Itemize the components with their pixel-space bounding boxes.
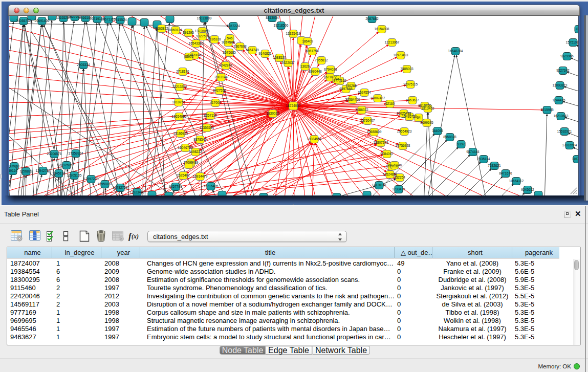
svg-text:7515524: 7515524: [114, 18, 127, 21]
svg-text:252254: 252254: [394, 176, 405, 179]
svg-text:9329966: 9329966: [560, 54, 574, 58]
svg-text:6961758: 6961758: [306, 49, 319, 53]
svg-text:15720407: 15720407: [360, 119, 375, 122]
svg-text:16914479: 16914479: [193, 174, 208, 178]
svg-text:6794028: 6794028: [324, 68, 337, 71]
svg-text:8958928: 8958928: [443, 135, 456, 139]
svg-text:19654985: 19654985: [172, 115, 187, 118]
svg-text:9457791: 9457791: [169, 185, 182, 188]
svg-text:16046755: 16046755: [178, 146, 193, 149]
svg-text:9322037: 9322037: [281, 61, 295, 64]
svg-text:1733426: 1733426: [392, 187, 405, 191]
svg-text:7625402: 7625402: [177, 173, 190, 177]
svg-text:20206576: 20206576: [47, 152, 62, 156]
svg-text:17016504: 17016504: [562, 143, 577, 147]
svg-text:9327508: 9327508: [222, 40, 235, 44]
svg-text:3675685: 3675685: [223, 51, 236, 54]
svg-text:8471676: 8471676: [499, 171, 512, 175]
svg-text:2087682: 2087682: [365, 17, 379, 20]
svg-text:12975115: 12975115: [403, 82, 418, 86]
svg-text:62160: 62160: [385, 102, 395, 105]
svg-text:18724007: 18724007: [286, 104, 301, 107]
svg-text:6497568: 6497568: [339, 87, 353, 91]
svg-text:15751074: 15751074: [566, 40, 578, 44]
svg-text:8186328: 8186328: [208, 37, 221, 41]
svg-text:9474444: 9474444: [466, 150, 480, 154]
svg-text:1345194: 1345194: [52, 171, 66, 175]
svg-text:18807249: 18807249: [374, 141, 388, 144]
svg-text:5498222: 5498222: [189, 150, 202, 154]
svg-text:15495756: 15495756: [402, 115, 417, 118]
svg-text:7986372: 7986372: [355, 108, 368, 112]
svg-text:2367608: 2367608: [233, 45, 247, 48]
svg-text:3215955: 3215955: [540, 108, 554, 112]
svg-text:16648784: 16648784: [448, 49, 463, 53]
svg-text:19654923: 19654923: [397, 129, 412, 133]
svg-text:9463627: 9463627: [406, 98, 419, 102]
svg-text:17957223: 17957223: [84, 177, 99, 181]
svg-text:98901: 98901: [184, 55, 193, 58]
svg-text:10654112: 10654112: [509, 179, 524, 183]
svg-text:(x): (x): [132, 233, 139, 240]
svg-text:835061: 835061: [9, 164, 20, 168]
svg-text:164095: 164095: [432, 129, 443, 133]
svg-text:9146821: 9146821: [258, 52, 272, 55]
svg-text:12905135: 12905135: [67, 173, 82, 177]
svg-text:13226058: 13226058: [195, 29, 210, 33]
svg-text:19756928: 19756928: [396, 144, 410, 147]
svg-text:8813054: 8813054: [266, 16, 279, 19]
svg-text:9327506: 9327506: [196, 34, 209, 38]
svg-text:20364456: 20364456: [345, 98, 360, 101]
svg-text:15692971: 15692971: [557, 129, 572, 133]
svg-text:1830029: 1830029: [266, 112, 279, 115]
svg-text:64: 64: [417, 116, 421, 119]
svg-text:12923448: 12923448: [130, 190, 145, 194]
svg-text:14099489: 14099489: [184, 161, 199, 164]
svg-text:2905334: 2905334: [77, 63, 90, 67]
svg-text:16154808: 16154808: [375, 27, 389, 31]
svg-text:19166825: 19166825: [173, 132, 188, 135]
svg-text:1588520: 1588520: [273, 56, 286, 59]
svg-text:3624554: 3624554: [358, 91, 371, 94]
svg-text:9227342: 9227342: [556, 69, 570, 72]
svg-text:7663822: 7663822: [155, 27, 168, 30]
svg-text:9197: 9197: [458, 142, 465, 146]
svg-text:12093873: 12093873: [553, 83, 568, 87]
svg-text:12942737: 12942737: [36, 169, 51, 172]
svg-text:417004: 417004: [210, 101, 221, 104]
svg-text:546: 546: [227, 36, 233, 40]
svg-text:8427552: 8427552: [213, 89, 226, 92]
svg-text:13626: 13626: [300, 64, 310, 68]
svg-text:2935114: 2935114: [477, 157, 490, 161]
svg-text:7485003: 7485003: [400, 67, 413, 71]
svg-text:13325419: 13325419: [286, 32, 301, 35]
svg-text:7632621: 7632621: [488, 164, 501, 167]
svg-text:10688609: 10688609: [367, 130, 382, 134]
svg-text:1615132: 1615132: [385, 164, 399, 168]
svg-text:9242848: 9242848: [219, 63, 232, 67]
svg-text:16782759: 16782759: [113, 186, 128, 189]
svg-text:245: 245: [334, 77, 340, 81]
svg-text:186409: 186409: [302, 39, 313, 43]
svg-text:14055712: 14055712: [16, 19, 31, 23]
svg-text:1112: 1112: [575, 27, 578, 31]
svg-text:1156829: 1156829: [20, 169, 33, 173]
svg-text:7955812: 7955812: [315, 58, 328, 62]
svg-text:10807487: 10807487: [371, 96, 385, 100]
svg-text:9084067: 9084067: [380, 152, 394, 156]
svg-text:16543382: 16543382: [189, 41, 204, 45]
svg-text:10973493: 10973493: [394, 53, 408, 57]
svg-text:1010755: 1010755: [172, 100, 185, 104]
svg-text:116753: 116753: [572, 157, 578, 161]
svg-text:8990448: 8990448: [309, 70, 322, 73]
svg-text:16210643: 16210643: [554, 114, 569, 118]
svg-text:8860124: 8860124: [169, 28, 182, 32]
svg-text:19384554: 19384554: [307, 137, 322, 141]
svg-text:14136141: 14136141: [372, 183, 387, 187]
svg-text:7357224: 7357224: [227, 24, 240, 28]
svg-text:17359924: 17359924: [69, 151, 83, 155]
svg-text:2718176: 2718176: [176, 70, 189, 73]
svg-text:9245652: 9245652: [521, 188, 534, 191]
svg-text:8267110: 8267110: [204, 114, 217, 117]
svg-text:15716485: 15716485: [204, 184, 219, 188]
